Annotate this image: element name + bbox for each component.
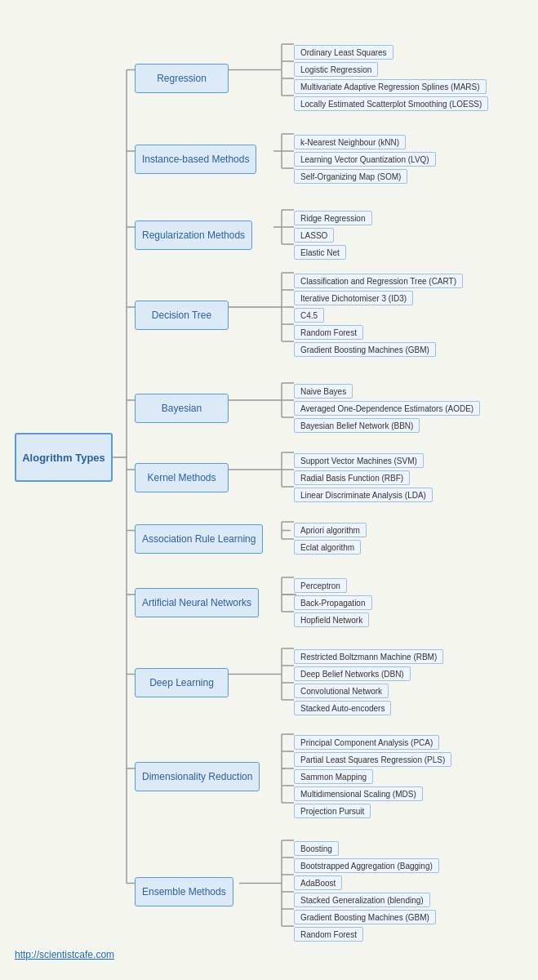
category-box-2: Regularization Methods [135,220,252,250]
leaf-item-6-0: Apriori algorithm [294,523,367,537]
leaf-item-3-2: C4.5 [294,308,324,323]
leaf-item-1-0: k-Nearest Neighbour (kNN) [294,135,406,149]
leaf-item-2-1: LASSO [294,228,334,243]
connector-lines [0,0,538,980]
leaf-item-3-1: Iterative Dichotomiser 3 (ID3) [294,291,413,305]
category-label-7: Artificial Neural Networks [142,597,251,608]
category-box-9: Dimensionality Reduction [135,762,260,791]
category-box-5: Kernel Methods [135,463,229,492]
leaf-item-9-0: Principal Component Analysis (PCA) [294,735,439,750]
leaf-item-2-0: Ridge Regression [294,211,372,225]
category-label-0: Regression [157,73,207,84]
leaf-item-0-1: Logistic Regression [294,62,378,77]
leaf-item-10-3: Stacked Generalization (blending) [294,893,430,907]
category-label-10: Ensemble Methods [142,886,226,898]
category-box-4: Bayesian [135,394,229,423]
leaf-item-4-2: Bayesian Belief Network (BBN) [294,418,420,433]
leaf-item-9-1: Partial Least Squares Regression (PLS) [294,752,451,767]
leaf-item-1-2: Self-Organizing Map (SOM) [294,169,407,184]
main-title: Alogrithm Types [22,452,105,464]
leaf-item-5-1: Radial Basis Function (RBF) [294,470,410,485]
page-container: Alogrithm Types RegressionOrdinary Least… [0,0,538,980]
category-label-5: Kernel Methods [147,472,216,483]
leaf-item-9-2: Sammon Mapping [294,769,373,784]
leaf-item-4-1: Averaged One-Dependence Estimators (AODE… [294,401,480,416]
leaf-item-8-1: Deep Belief Networks (DBN) [294,666,411,681]
leaf-item-7-0: Perceptron [294,578,347,593]
leaf-item-1-1: Learning Vector Quantization (LVQ) [294,152,436,167]
leaf-item-7-2: Hopfield Network [294,612,369,627]
leaf-item-3-0: Classification and Regression Tree (CART… [294,274,463,288]
leaf-item-10-5: Random Forest [294,927,363,942]
category-box-8: Deep Learning [135,668,229,697]
leaf-item-0-0: Ordinary Least Squares [294,45,393,60]
leaf-item-10-1: Bootstrapped Aggregation (Bagging) [294,858,439,873]
leaf-item-0-2: Multivariate Adaptive Regression Splines… [294,79,487,94]
leaf-item-3-3: Random Forest [294,325,363,340]
category-label-9: Dimensionality Reduction [142,771,252,782]
category-label-1: Instance-based Methods [142,154,249,165]
leaf-item-8-3: Stacked Auto-encoders [294,701,391,715]
category-label-2: Regularization Methods [142,229,245,241]
category-label-4: Bayesian [162,403,202,414]
leaf-item-8-2: Convolutional Network [294,684,389,698]
leaf-item-5-2: Linear Discriminate Analysis (LDA) [294,488,433,502]
leaf-item-7-1: Back-Propagation [294,595,372,610]
leaf-item-5-0: Support Vector Machines (SVM) [294,453,424,468]
category-box-6: Association Rule Learning [135,524,263,554]
leaf-item-10-2: AdaBoost [294,875,342,890]
category-box-0: Regression [135,64,229,93]
leaf-item-0-3: Locally Estimated Scatterplot Smoothing … [294,96,488,111]
footer-link: http://scientistcafe.com [15,949,114,960]
leaf-item-9-3: Multidimensional Scaling (MDS) [294,786,423,801]
category-box-3: Decision Tree [135,301,229,330]
category-label-8: Deep Learning [149,677,214,688]
category-label-3: Decision Tree [152,310,211,321]
leaf-item-10-4: Gradient Boosting Machines (GBM) [294,910,436,924]
footer: http://scientistcafe.com [15,949,114,975]
main-title-box: Alogrithm Types [15,433,113,482]
category-label-6: Association Rule Learning [142,533,256,545]
category-box-1: Instance-based Methods [135,145,256,174]
category-box-7: Artificial Neural Networks [135,588,259,617]
leaf-item-10-0: Boosting [294,841,339,856]
leaf-item-9-4: Projection Pursuit [294,804,371,818]
leaf-item-4-0: Naive Bayes [294,384,353,399]
leaf-item-6-1: Eclat algorithm [294,540,361,555]
leaf-item-3-4: Gradient Boosting Machines (GBM) [294,342,436,357]
leaf-item-8-0: Restricted Boltzmann Machine (RBM) [294,649,443,664]
category-box-10: Ensemble Methods [135,877,233,906]
leaf-item-2-2: Elastic Net [294,245,346,260]
